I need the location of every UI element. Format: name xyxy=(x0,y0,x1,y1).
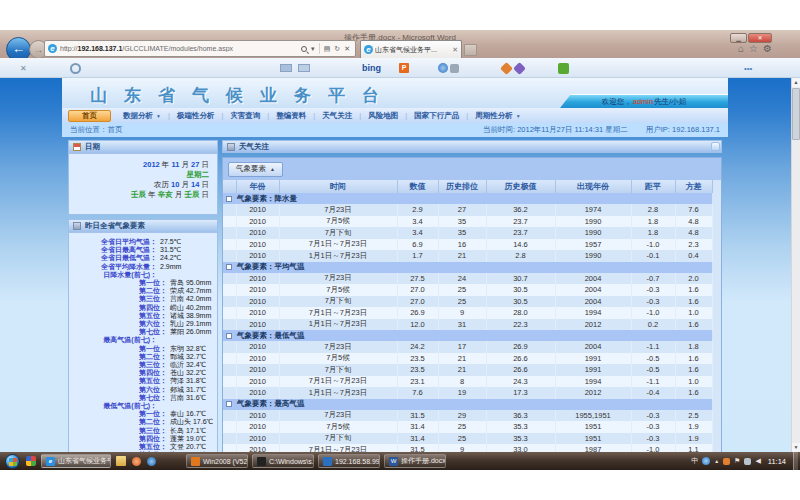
tab-close-icon[interactable]: ✕ xyxy=(452,46,458,54)
breadcrumb-bar: 当前位置：首页 当前时间: 2012年11月27日 11:14:31 星期二 用… xyxy=(62,123,728,137)
site-banner: 山东省气候业务平台 欢迎您，admin 先生/小姐 xyxy=(62,78,728,108)
table-row: 20107月1日～7月23日26.9928.01994-1.01.0 xyxy=(223,307,712,319)
minimize-button[interactable]: ▁ xyxy=(730,33,747,43)
taskbar-ie-button[interactable]: e山东省气候业务平... xyxy=(41,454,111,468)
favorites-star-icon[interactable]: ☆ xyxy=(749,43,758,54)
weather-panel-icon xyxy=(73,222,81,230)
group-checkbox[interactable] xyxy=(226,264,232,270)
toolbar-puzzle-icon[interactable] xyxy=(558,58,569,78)
mail-icon[interactable] xyxy=(280,58,292,78)
menu-item-7[interactable]: 风险地图 xyxy=(361,111,405,121)
media-app-icon[interactable] xyxy=(132,457,141,466)
new-tab-button[interactable] xyxy=(464,44,477,56)
menu-item-5[interactable]: 整编资料 xyxy=(269,111,313,121)
menu-item-6[interactable]: 天气关注 xyxy=(315,111,359,121)
tools-gear-icon[interactable]: ⚙ xyxy=(763,43,772,54)
taskbar-window-button[interactable]: 192.168.58.99... xyxy=(318,454,380,468)
taskbar-window-button[interactable]: W操作手册.docx ... xyxy=(384,454,446,468)
table-row: 20107月23日27.52430.72004-0.72.0 xyxy=(223,273,712,285)
main-panel-title: 天气关注 xyxy=(239,142,269,152)
system-tray: 中 ▲ ⚑ ◀ 11:14 xyxy=(691,456,789,466)
weather-panel-title: 昨日全省气象要素 xyxy=(85,221,145,231)
scroll-down-icon[interactable]: ▼ xyxy=(792,443,800,452)
pinned-app-icon[interactable] xyxy=(26,456,36,466)
weather-stat-line: 全省日平均气温：27.5℃ xyxy=(69,238,217,246)
toolbar-close-icon[interactable]: ✕ xyxy=(20,58,27,78)
weather-stat-line: 最低气温(前七)： xyxy=(69,402,217,410)
refresh-icon[interactable]: ↻ xyxy=(334,45,340,53)
column-header: 距平 xyxy=(631,180,675,193)
column-header: 历史极值 xyxy=(486,180,555,193)
table-row: 20101月1日～7月23日1.7212.81990-0.10.4 xyxy=(223,250,712,262)
table-row: 20107月1日～7月23日31.5933.01987-1.01.1 xyxy=(223,444,712,452)
ime-indicator[interactable]: 中 xyxy=(691,456,698,466)
menu-item-8[interactable]: 国家下行产品 xyxy=(407,111,466,121)
table-row: 20107月下旬3.43523.719901.84.8 xyxy=(223,227,712,239)
taskbar-clock: 11:14 xyxy=(768,457,786,466)
weather-stat-line: 第二位：鄄城 32.7℃ xyxy=(69,353,217,361)
weather-stat-line: 第六位：郯城 31.7℃ xyxy=(69,386,217,394)
home-icon[interactable]: ⌂ xyxy=(738,43,744,54)
toolbar-media-icon[interactable] xyxy=(438,58,459,78)
group-checkbox[interactable] xyxy=(226,333,232,339)
table-row: 20107月下旬27.02530.52004-0.31.6 xyxy=(223,296,712,308)
toolbar-more-icon[interactable]: ••• xyxy=(744,58,752,78)
player-app-icon[interactable] xyxy=(147,457,156,466)
taskbar-window-button[interactable]: Win2008 (V52... xyxy=(186,454,248,468)
printer-icon[interactable] xyxy=(298,58,310,78)
group-row: 气象要素：平均气温 xyxy=(223,262,712,273)
menu-item-2[interactable]: 数据分析▼ xyxy=(116,111,168,121)
toolbar-swirl-icon[interactable] xyxy=(70,58,81,78)
search-icon[interactable] xyxy=(301,46,307,52)
weather-stat-line: 日降水量(前七)： xyxy=(69,271,217,279)
scroll-thumb[interactable] xyxy=(792,88,800,140)
status-time: 当前时间: 2012年11月27日 11:14:31 星期二 xyxy=(483,125,628,135)
date-line: 农历 10 月 14 日 xyxy=(69,180,209,190)
element-filter-button[interactable]: 气象要素▲ xyxy=(228,162,283,177)
network-globe-icon[interactable] xyxy=(702,457,710,465)
tray-app-icon[interactable] xyxy=(723,458,730,465)
autocomplete-dropdown-icon[interactable]: ▾ xyxy=(311,45,315,53)
url-text: http://192.168.137.1/GLCCLIMATE/modules/… xyxy=(60,45,301,52)
group-row: 气象要素：最高气温 xyxy=(223,399,712,410)
taskbar-window-button[interactable]: C:\Windows\s... xyxy=(252,454,314,468)
browser-tab[interactable]: e 山东省气候业务平... ✕ xyxy=(360,40,462,58)
scroll-up-icon[interactable]: ▲ xyxy=(792,78,800,87)
weather-stat-line: 全省平均降水量：2.9mm xyxy=(69,263,217,271)
toolbar-paw-icon[interactable] xyxy=(502,58,524,78)
date-panel: 日期 2012 年 11 月 27 日星期二农历 10 月 14 日壬辰 年 辛… xyxy=(68,140,218,215)
menu-item-4[interactable]: 灾害查询 xyxy=(223,111,267,121)
tray-display-icon[interactable] xyxy=(744,458,751,465)
menu-item-1[interactable]: 首页 xyxy=(68,110,111,122)
window-controls: ▁ ✕ xyxy=(729,33,772,43)
close-button[interactable]: ✕ xyxy=(748,33,772,43)
table-row: 20107月5候3.43523.719901.84.8 xyxy=(223,216,712,228)
weather-stat-line: 第一位：东明 32.8℃ xyxy=(69,345,217,353)
page-scrollbar[interactable]: ▲ ▼ xyxy=(791,78,800,452)
menu-item-3[interactable]: 极端性分析 xyxy=(170,111,222,121)
tray-expand-icon[interactable]: ▲ xyxy=(714,458,719,464)
volume-icon[interactable]: ◀ xyxy=(755,457,760,465)
weather-stat-line: 全省日最高气温：31.5℃ xyxy=(69,246,217,254)
table-row: 20101月1日～7月23日12.03122.320120.21.6 xyxy=(223,319,712,331)
weather-stat-line: 第三位：长岛 17.1℃ xyxy=(69,427,217,435)
menu-item-9[interactable]: 周期性分析▼ xyxy=(468,111,527,121)
table-toolbar: 气象要素▲ xyxy=(223,158,721,180)
bing-logo[interactable]: bing xyxy=(362,58,381,78)
group-checkbox[interactable] xyxy=(226,401,232,407)
weather-stat-line: 第三位：临沂 32.4℃ xyxy=(69,361,217,369)
bing-p-icon[interactable]: P xyxy=(396,58,409,78)
flag-icon[interactable]: ⚑ xyxy=(734,457,740,465)
date-line: 壬辰 年 辛亥 月 壬辰 日 xyxy=(69,190,209,200)
start-button[interactable] xyxy=(5,454,20,469)
compatibility-icon[interactable]: ▤ xyxy=(324,45,331,53)
calendar-icon xyxy=(73,143,81,151)
stop-icon[interactable]: ✕ xyxy=(344,45,350,53)
weather-stat-line: 第五位：菏泽 31.8℃ xyxy=(69,377,217,385)
address-bar[interactable]: e http://192.168.137.1/GLCCLIMATE/module… xyxy=(44,40,356,57)
show-desktop-button[interactable] xyxy=(793,452,798,470)
table-row: 20107月23日24.21726.92004-1.11.8 xyxy=(223,341,712,353)
explorer-folder-icon[interactable] xyxy=(116,456,126,466)
group-checkbox[interactable] xyxy=(226,196,232,202)
panel-collapse-button[interactable] xyxy=(711,142,720,151)
